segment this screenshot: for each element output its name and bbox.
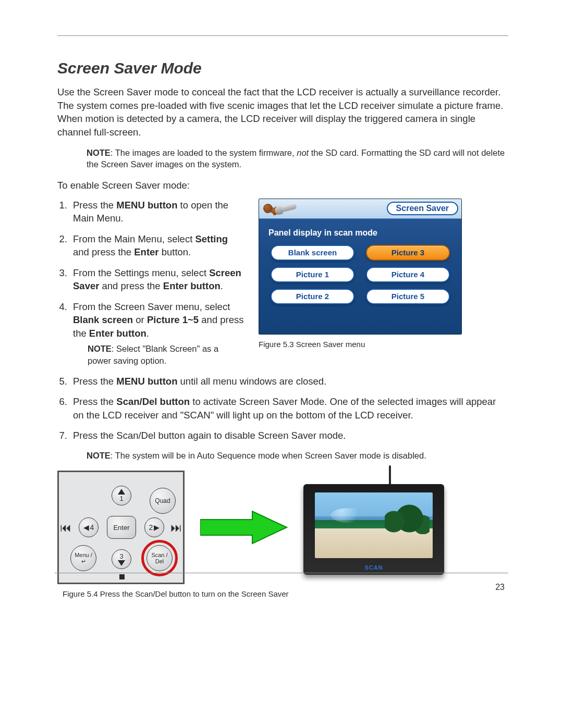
panel-subtitle: Panel display in scan mode — [259, 219, 461, 245]
enter-button: Enter — [107, 516, 136, 539]
arrow-right-icon — [200, 510, 288, 545]
step-text: until all menu windows are closed. — [177, 376, 326, 387]
enable-line: To enable Screen Saver mode: — [57, 180, 508, 191]
menu-option-button: Picture 5 — [366, 289, 450, 304]
right-button: 2▶ — [144, 517, 164, 537]
step-2: From the Main Menu, select Setting and p… — [70, 232, 244, 259]
menu-button: Menu / ↵ — [70, 545, 96, 571]
step-bold: Picture 1~5 — [147, 314, 199, 325]
triangle-down-icon — [118, 560, 125, 566]
down-button: 3 — [112, 549, 131, 569]
trees-illustration — [385, 503, 430, 534]
settings-icon-group — [263, 202, 297, 215]
note1-italic: not — [297, 148, 309, 157]
figure-5-4-row: ⏮ ⏭ Enter 1 3 ◀4 2▶ Quad — [57, 471, 508, 584]
step-4: From the Screen Saver menu, select Blank… — [70, 300, 244, 366]
step-bold: Setting — [195, 233, 228, 244]
step-7: Press the Scan/Del button again to disab… — [70, 429, 508, 442]
step-text: button. — [159, 246, 191, 257]
label: 2 — [149, 523, 153, 532]
step-text: Press the — [73, 376, 116, 387]
step-text: Press the — [73, 200, 116, 211]
figure-5-3-caption: Figure 5.3 Screen Saver menu — [259, 340, 462, 349]
note-text: : The system will be in Auto Sequence mo… — [111, 451, 426, 460]
next-track-icon: ⏭ — [170, 522, 182, 534]
figure-5-4-caption: Figure 5.4 Press the Scan/Del button to … — [63, 589, 508, 598]
remote-dpad-illustration: ⏮ ⏭ Enter 1 3 ◀4 2▶ Quad — [57, 471, 185, 584]
monitor-screen — [315, 492, 433, 558]
section-heading: Screen Saver Mode — [57, 59, 508, 77]
quad-button: Quad — [150, 488, 176, 514]
scan-indicator: SCAN — [303, 564, 444, 571]
stop-icon — [119, 574, 125, 579]
up-button: 1 — [112, 486, 131, 505]
intro-paragraph: Use the Screen Saver mode to conceal the… — [57, 85, 508, 139]
menu-button-grid: Blank screenPicture 3Picture 1Picture 4P… — [259, 245, 461, 304]
menu-title-pill: Screen Saver — [387, 202, 458, 215]
prev-track-icon: ⏮ — [60, 522, 71, 534]
step-bold: Enter — [134, 246, 158, 257]
menu-option-button: Picture 3 — [366, 245, 450, 261]
menu-option-button: Blank screen — [271, 245, 354, 261]
note-label: NOTE — [88, 344, 112, 353]
wrench-icon — [276, 204, 297, 214]
step-text: . — [146, 328, 149, 339]
step-text: From the Settings menu, select — [73, 267, 209, 278]
lcd-monitor-illustration: SCAN — [303, 472, 444, 583]
menu-option-button: Picture 1 — [271, 267, 354, 282]
menu-titlebar: Screen Saver — [259, 199, 461, 219]
step-6: Press the Scan/Del button to activate Sc… — [70, 395, 508, 422]
left-button: ◀4 — [79, 517, 99, 537]
label: Menu / — [75, 552, 92, 558]
note1-label: NOTE — [87, 148, 111, 157]
bottom-rule — [55, 573, 508, 573]
step-1: Press the MENU button to open the Main M… — [70, 199, 244, 225]
step-bold: Blank screen — [73, 314, 133, 325]
return-icon: ↵ — [81, 558, 86, 564]
step-text: Press the Scan/Del button again to disab… — [73, 430, 346, 441]
step-bold: MENU button — [116, 376, 177, 387]
two-column-region: Press the MENU button to open the Main M… — [57, 199, 508, 374]
label: 4 — [90, 523, 94, 532]
step-text: From the Main Menu, select — [73, 233, 195, 244]
step-text: and press the — [73, 246, 134, 257]
steps-column: Press the MENU button to open the Main M… — [57, 199, 244, 374]
step-text: Press the — [73, 396, 116, 407]
triangle-up-icon — [118, 489, 125, 495]
step-5: Press the MENU button until all menu win… — [70, 375, 508, 388]
menu-option-button: Picture 4 — [366, 267, 450, 282]
page-number: 23 — [495, 583, 505, 592]
ordered-steps-continued: Press the MENU button until all menu win… — [57, 375, 508, 442]
svg-marker-0 — [200, 511, 287, 544]
step-bold: MENU button — [116, 200, 177, 211]
step-text: and press the — [99, 280, 163, 291]
document-page: Screen Saver Mode Use the Screen Saver m… — [0, 0, 563, 614]
step-3: From the Settings menu, select Screen Sa… — [70, 266, 244, 293]
step-text: . — [221, 280, 223, 291]
note1-before: : The images are loaded to the system fi… — [111, 148, 297, 157]
figure-5-3: Screen Saver Panel display in scan mode … — [259, 199, 508, 349]
scan-del-button: Scan / Del — [146, 545, 173, 571]
note-label: NOTE — [87, 451, 111, 460]
ordered-steps: Press the MENU button to open the Main M… — [57, 199, 244, 366]
menu-option-button: Picture 2 — [271, 289, 354, 304]
monitor-bezel: SCAN — [303, 484, 444, 575]
label: Del — [155, 558, 164, 564]
top-rule — [57, 35, 508, 36]
label: Scan / — [151, 552, 167, 558]
step-bold: Enter button — [163, 280, 221, 291]
note-block-1: NOTE: The images are loaded to the syste… — [57, 147, 508, 170]
step-bold: Scan/Del button — [116, 396, 190, 407]
step4-note: NOTE: Select "Blank Screen" as a power s… — [73, 343, 244, 366]
label: 3 — [119, 552, 123, 560]
step-bold: Enter button — [89, 328, 146, 339]
step-text: or — [133, 314, 147, 325]
note-block-2: NOTE: The system will be in Auto Sequenc… — [57, 450, 508, 461]
step-text: From the Screen Saver menu, select — [73, 301, 230, 312]
label: 1 — [119, 495, 123, 502]
screen-saver-menu-panel: Screen Saver Panel display in scan mode … — [259, 199, 462, 335]
